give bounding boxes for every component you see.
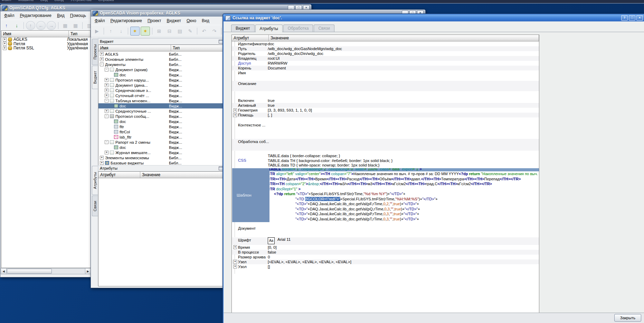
side-tab-Проекты[interactable]: Проекты [92,39,98,65]
expander-icon[interactable]: - [105,114,108,118]
expander-icon[interactable]: - [105,99,108,103]
menu-Вид[interactable]: Вид [199,18,212,24]
tree-row[interactable]: Txtlab_fltrВидж... [98,134,225,140]
expander-icon[interactable]: + [105,78,108,82]
attr-row[interactable]: Путь/wlb_doc/wdg_docGasNodeMgn/wdg_doc [232,46,539,51]
tree-row[interactable]: +Среднесуточные ...Видж... [98,108,225,114]
tree-row[interactable]: +Основные элементыБибл... [98,57,220,62]
attr-value[interactable]: false [268,250,538,254]
attr-row[interactable]: Владелецroot:UI [232,56,539,61]
template-code[interactable]: <TABLE border="1" cellpadding="2" cellsp… [265,168,539,222]
attr-row[interactable]: CSSTABLE.data { border-collapse: collaps… [232,153,539,168]
attr-row[interactable]: Родитель/wlb_doc/wdg_docDin/wdg_doc [232,51,539,56]
tree-row[interactable]: -Рапорт на 2 сменыВидж... [98,140,225,145]
attr-value[interactable]: [3, 3, 893, 593, 1, 1, 0, 0] [268,108,538,112]
attr-value[interactable]: true [268,103,538,107]
expander-icon[interactable]: + [105,83,108,87]
expander-icon[interactable]: + [105,88,108,92]
host-menu-item[interactable]: Справка [98,0,114,2]
expander-icon[interactable]: + [233,245,237,249]
add-widget-icon[interactable]: ⊞ [154,27,164,36]
menu-Редактирование[interactable]: Редактирование [18,12,54,19]
attr-value[interactable]: root:UI [268,56,538,60]
tree-row[interactable]: docВидж... [98,119,225,124]
widget-edit-icon[interactable]: ✎ [186,27,195,36]
attr-value[interactable]: /wlb_doc/wdg_docDin/wdg_doc [268,51,538,56]
delete-item-icon[interactable]: ▦ [71,21,80,30]
attr-value[interactable]: TABLE.data { border-collapse: collapse; … [268,154,538,168]
tab-Виджет[interactable]: Виджет [231,25,255,32]
menu-Виджет[interactable]: Виджет [164,18,183,24]
tree-row[interactable]: docВидж... [98,72,225,77]
new-library-icon[interactable]: ✶ [141,27,150,36]
delete-widget-icon[interactable]: ⊟ [165,27,174,36]
tree-row[interactable]: +Документ (дина...Видж... [98,83,225,88]
host-menu-item[interactable]: Устройства [70,0,91,2]
column-header-Атрибут[interactable]: Атрибут [98,172,140,178]
column-header-Тип[interactable]: Тип [69,31,91,37]
font-button[interactable]: Aa [268,237,275,244]
host-menu-item[interactable]: Машина [18,0,34,2]
tree-row[interactable]: +AGLKSБибл... [98,51,220,57]
attr-value[interactable]: [] [268,265,538,269]
side-tab-Атрибуты[interactable]: Атрибуты [92,166,98,195]
tree-row[interactable]: +Суточный отчёт ...Видж... [98,93,225,98]
help-button[interactable]: ? [621,15,628,21]
attr-value[interactable]: true [268,98,538,103]
attr-row[interactable]: +Узел[<EVAL>, <EVAL>, <EVAL>, <EVAL>, <E… [232,259,539,264]
expander-icon[interactable]: + [233,260,237,264]
expander-icon[interactable]: + [233,113,237,117]
expander-icon[interactable]: - [105,68,108,72]
tab-Атрибуты[interactable]: Атрибуты [255,25,283,32]
undo-icon[interactable]: ↶ [199,27,209,36]
template-attr-row[interactable]: Шаблон<TABLE border="1" cellpadding="2" … [232,168,539,222]
qtcfg-hscrollbar[interactable]: ◀ ▶ [1,268,91,274]
expander-icon[interactable]: + [233,108,237,112]
attr-value[interactable]: [, ] [268,113,538,117]
table-row[interactable]: +Петля SSLУдалённая [1,46,91,50]
close-button[interactable]: × [636,15,643,21]
expander-icon[interactable]: + [105,151,108,154]
tree-row[interactable]: docВидж... [98,145,225,150]
tree-row[interactable]: +Протокол наруш...Видж... [98,77,225,83]
save-to-db-icon[interactable]: ↓ [116,27,126,36]
load-from-db-icon[interactable]: ↑ [106,27,115,36]
redo-icon[interactable]: ↷ [210,27,219,36]
attr-row[interactable]: Идентификаторdoc [232,41,539,46]
attr-row[interactable]: +Помощь[, ] [232,113,539,117]
column-header-Имя[interactable]: Имя [1,31,69,37]
dock-pin-icon[interactable] [219,167,223,170]
tree-row[interactable]: -Документ (архив)Видж... [98,67,225,72]
tree-row[interactable]: +Среднечасовые з...Видж... [98,88,225,93]
tree-row[interactable]: +Журнал вмешате...Видж... [98,150,225,155]
load-from-db-icon[interactable]: ↑ [2,21,11,30]
attr-row[interactable]: +Геометрия[3, 3, 893, 593, 1, 1, 0, 0] [232,108,539,113]
expander-icon[interactable]: - [105,140,108,144]
attr-value[interactable]: Arial 11 [277,237,291,241]
close-button[interactable]: Закрыть [614,314,641,322]
attr-row[interactable]: ШрифтAaArial 11 [232,237,539,245]
tree-row[interactable]: docВидж... [98,103,225,108]
add-item-icon[interactable]: ▦ [60,21,70,30]
expander-icon[interactable]: + [105,109,108,113]
column-header-Значение[interactable]: Значение [269,35,539,41]
column-header-Атрибут[interactable]: Атрибут [232,35,269,41]
table-row[interactable]: +ПетляУдалённая [1,42,91,46]
tree-row[interactable]: fltrВидж... [98,124,225,129]
new-project-icon[interactable]: ✶ [130,27,140,36]
forward-icon[interactable]: → [47,21,56,30]
attr-value[interactable]: Document [268,66,538,70]
tree-row[interactable]: -Таблица мгновен...Видж... [98,98,225,103]
expander-icon[interactable]: + [100,57,104,61]
attr-row[interactable]: +Узол[] [232,264,539,269]
attr-value[interactable]: RWRWRW [268,61,538,65]
expander-icon[interactable]: + [233,265,237,268]
tree-row[interactable]: +Элементы мнемосхемыБибл... [98,155,220,160]
tree-row[interactable]: fltrColВидж... [98,129,225,134]
attr-row[interactable]: КореньDocument [232,66,539,70]
scroll-left-icon[interactable]: ◀ [1,268,7,274]
attr-value[interactable]: 0 [268,255,538,259]
expander-icon[interactable]: + [3,38,7,41]
column-header-Имя[interactable]: Имя [98,45,171,51]
expander-icon[interactable]: + [100,161,104,165]
